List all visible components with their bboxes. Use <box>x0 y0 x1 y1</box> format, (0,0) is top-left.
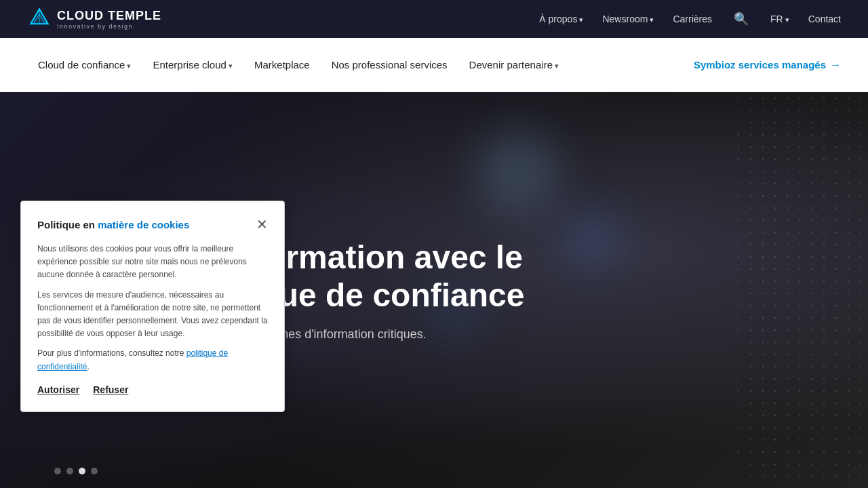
cookie-para2: Les services de mesure d'audience, néces… <box>37 289 268 341</box>
nav-professional-services-link[interactable]: Nos professional services <box>321 52 458 77</box>
cookie-close-button[interactable]: ✕ <box>256 218 268 231</box>
logo[interactable]: CLOUD TEMPLE Innovative by design <box>27 7 161 31</box>
cookie-header: Politique en matière de cookies ✕ <box>37 218 268 232</box>
cookie-authorize-button[interactable]: Autoriser <box>37 384 79 395</box>
dots-pattern <box>732 92 868 488</box>
cookie-para1: Nous utilisons des cookies pour vous off… <box>37 243 268 282</box>
nav-devenir-partenaire[interactable]: Devenir partenaire <box>458 52 570 77</box>
cookie-refuse-button[interactable]: Refuser <box>93 384 128 395</box>
nav-enterprise-cloud[interactable]: Enterprise cloud <box>142 52 243 77</box>
nav-marketplace-link[interactable]: Marketplace <box>243 52 321 77</box>
nav-professional-services[interactable]: Nos professional services <box>321 52 458 77</box>
cookie-title-highlight: matière de cookies <box>98 219 189 230</box>
sec-nav-links: Cloud de confiance Enterprise cloud Mark… <box>27 52 694 77</box>
logo-sub: Innovative by design <box>57 23 161 30</box>
nav-cloud-confiance-link[interactable]: Cloud de confiance <box>27 52 142 77</box>
nav-cloud-confiance[interactable]: Cloud de confiance <box>27 52 142 77</box>
cookie-para3-suffix: . <box>87 362 89 371</box>
nav-lang[interactable]: FR <box>770 13 789 25</box>
slider-dot-4[interactable] <box>91 468 98 474</box>
cookie-body: Nous utilisons des cookies pour vous off… <box>37 243 268 373</box>
nav-apropos[interactable]: À propos <box>539 13 583 25</box>
slider-dot-2[interactable] <box>66 468 73 474</box>
top-navigation: CLOUD TEMPLE Innovative by design À prop… <box>0 0 868 38</box>
cookie-actions: Autoriser Refuser <box>37 384 268 395</box>
cookie-title-normal: Politique en <box>37 219 98 230</box>
nav-carrieres-link[interactable]: Carrières <box>673 14 712 24</box>
logo-text: CLOUD TEMPLE <box>57 9 161 22</box>
hero-section: …votre transformation avec le cloud numé… <box>0 92 868 488</box>
cookie-para3: Pour plus d'informations, consultez notr… <box>37 347 268 373</box>
nav-newsroom[interactable]: Newsroom <box>602 13 654 25</box>
slider-dot-1[interactable] <box>54 468 61 474</box>
cookie-title: Politique en matière de cookies <box>37 218 189 232</box>
bokeh-1 <box>477 131 559 213</box>
nav-contact-link[interactable]: Contact <box>808 14 841 24</box>
slider-dot-3[interactable] <box>79 468 85 474</box>
nav-carrieres[interactable]: Carrières <box>673 13 712 25</box>
logo-icon <box>27 7 52 31</box>
nav-enterprise-cloud-link[interactable]: Enterprise cloud <box>142 52 243 77</box>
nav-newsroom-link[interactable]: Newsroom <box>602 14 654 24</box>
cookie-para3-prefix: Pour plus d'informations, consultez notr… <box>37 348 186 358</box>
search-button[interactable]: 🔍 <box>731 9 751 29</box>
nav-devenir-partenaire-link[interactable]: Devenir partenaire <box>458 52 570 77</box>
top-nav-links: À propos Newsroom Carrières 🔍 FR Contact <box>539 9 841 29</box>
nav-contact[interactable]: Contact <box>808 13 841 25</box>
nav-marketplace[interactable]: Marketplace <box>243 52 321 77</box>
nav-apropos-link[interactable]: À propos <box>539 14 583 24</box>
secondary-navigation: Cloud de confiance Enterprise cloud Mark… <box>0 38 868 92</box>
nav-lang-link[interactable]: FR <box>770 14 789 24</box>
nav-search[interactable]: 🔍 <box>731 9 751 29</box>
cookie-banner: Politique en matière de cookies ✕ Nous u… <box>20 201 285 412</box>
slider-dots <box>54 468 98 474</box>
symbioz-cta-link[interactable]: Symbioz services managés <box>694 59 841 71</box>
